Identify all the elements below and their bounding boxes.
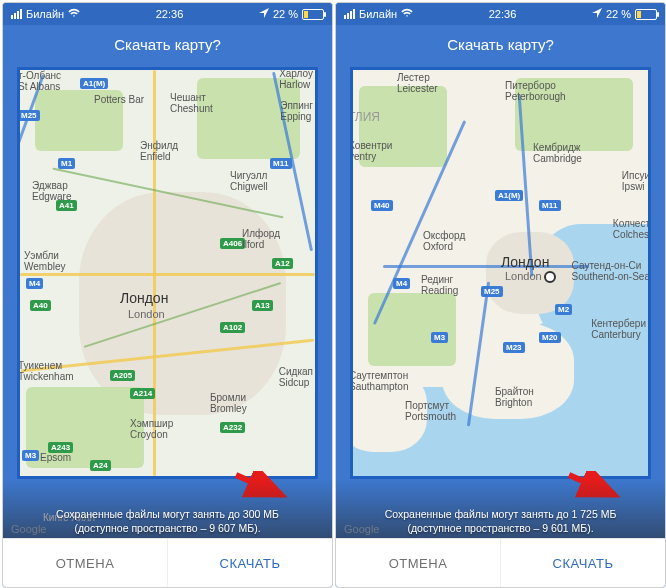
signal-icon xyxy=(344,9,355,19)
hwy-a102: A102 xyxy=(220,322,245,333)
location-icon xyxy=(592,8,602,20)
phone-left: Билайн 22:36 22 % Скачать карту? xyxy=(2,2,333,588)
region-label: ГЛИЯ xyxy=(350,110,380,124)
city-chigwell: ЧигуэллChigwell xyxy=(230,170,268,192)
battery-icon xyxy=(635,9,657,20)
download-button[interactable]: СКАЧАТЬ xyxy=(501,539,665,587)
hwy-m3: M3 xyxy=(22,450,39,461)
city-leicester: ЛестерLeicester xyxy=(397,72,438,94)
size-line1: Сохраненные файлы могут занять до 300 МБ xyxy=(15,507,320,521)
map-viewport[interactable]: M40 A1(M) M11 M4 M25 M2 M20 M3 M23 Лесте… xyxy=(350,67,651,479)
city-reading: РедингReading xyxy=(421,274,458,296)
hwy-m1: M1 xyxy=(58,158,75,169)
capital-marker-icon xyxy=(544,271,556,283)
button-bar: ОТМЕНА СКАЧАТЬ xyxy=(3,538,332,587)
download-size-info: Сохраненные файлы могут занять до 1 725 … xyxy=(336,507,665,535)
city-croydon: ХэмпширCroydon xyxy=(130,418,173,440)
city-oxford: ОксфордOxford xyxy=(423,230,465,252)
city-london-ru: Лондон xyxy=(501,254,549,270)
city-twickenham: ТуикенемTwickenham xyxy=(18,360,74,382)
wifi-icon xyxy=(68,8,80,20)
hwy-a12: A12 xyxy=(272,258,293,269)
city-pottersbar: Potters Bar xyxy=(94,94,144,105)
hwy-m4: M4 xyxy=(26,278,43,289)
city-cheshunt: ЧешантCheshunt xyxy=(170,92,213,114)
hwy-m20: M20 xyxy=(539,332,561,343)
status-bar: Билайн 22:36 22 % xyxy=(3,3,332,25)
hwy-a1m: A1(M) xyxy=(495,190,523,201)
city-bromley: БромлиBromley xyxy=(210,392,247,414)
size-line1: Сохраненные файлы могут занять до 1 725 … xyxy=(348,507,653,521)
city-epsom: Epsom xyxy=(40,452,71,463)
city-sidcup: СидкапSidcup xyxy=(279,366,313,388)
city-coventry: Ковентриventry xyxy=(350,140,392,162)
city-brighton: БрайтонBrighton xyxy=(495,386,534,408)
cancel-button[interactable]: ОТМЕНА xyxy=(3,539,168,587)
city-ipswich: ИпсуиIpswi xyxy=(622,170,650,192)
hwy-m11: M11 xyxy=(270,158,292,169)
city-london-en: London xyxy=(128,308,165,320)
city-london-en: London xyxy=(505,270,556,283)
battery-pct: 22 % xyxy=(273,8,298,20)
battery-pct: 22 % xyxy=(606,8,631,20)
signal-icon xyxy=(11,9,22,19)
city-peterborough: ПитербороPeterborough xyxy=(505,80,566,102)
hwy-m3: M3 xyxy=(431,332,448,343)
hwy-m25: M25 xyxy=(18,110,40,121)
hwy-a13: A13 xyxy=(252,300,273,311)
hwy-a214: A214 xyxy=(130,388,155,399)
map-viewport[interactable]: M25 A1(M) M1 M11 M4 M3 A41 A406 A40 A12 … xyxy=(17,67,318,479)
hwy-m40: M40 xyxy=(371,200,393,211)
status-bar: Билайн 22:36 22 % xyxy=(336,3,665,25)
carrier-label: Билайн xyxy=(26,8,64,20)
page-title: Скачать карту? xyxy=(3,25,332,63)
cancel-button[interactable]: ОТМЕНА xyxy=(336,539,501,587)
hwy-m11: M11 xyxy=(539,200,561,211)
button-bar: ОТМЕНА СКАЧАТЬ xyxy=(336,538,665,587)
download-size-info: Сохраненные файлы могут занять до 300 МБ… xyxy=(3,507,332,535)
hwy-a40: A40 xyxy=(30,300,51,311)
location-icon xyxy=(259,8,269,20)
city-colchester: КолчестColches xyxy=(613,218,650,240)
size-line2: (доступное пространство – 9 607 МБ). xyxy=(15,521,320,535)
clock: 22:36 xyxy=(156,8,184,20)
city-epping: ЭппингEpping xyxy=(280,100,313,122)
city-edgware: ЭджварEdgware xyxy=(32,180,71,202)
hwy-a1m: A1(M) xyxy=(80,78,108,89)
city-southend: Саутенд-он-СиSouthend-on-Sea xyxy=(572,260,650,282)
hwy-m2: M2 xyxy=(555,304,572,315)
carrier-label: Билайн xyxy=(359,8,397,20)
battery-icon xyxy=(302,9,324,20)
hwy-a232: A232 xyxy=(220,422,245,433)
wifi-icon xyxy=(401,8,413,20)
city-portsmouth: ПортсмутPortsmouth xyxy=(405,400,456,422)
city-southampton: СаутгемптонSauthampton xyxy=(350,370,409,392)
phone-right: Билайн 22:36 22 % Скачать карту? xyxy=(335,2,666,588)
city-ilford: ИлфордIlford xyxy=(242,228,280,250)
city-enfield: ЭнфилдEnfield xyxy=(140,140,178,162)
hwy-a24: A24 xyxy=(90,460,111,471)
clock: 22:36 xyxy=(489,8,517,20)
hwy-m23: M23 xyxy=(503,342,525,353)
city-stalbans: т-ОлбансSt Albans xyxy=(18,70,61,92)
size-line2: (доступное пространство – 9 601 МБ). xyxy=(348,521,653,535)
city-harlow: ХарлоуHarlow xyxy=(279,68,313,90)
hwy-m25: M25 xyxy=(481,286,503,297)
hwy-a205: A205 xyxy=(110,370,135,381)
page-title: Скачать карту? xyxy=(336,25,665,63)
hwy-m4: M4 xyxy=(393,278,410,289)
download-button[interactable]: СКАЧАТЬ xyxy=(168,539,332,587)
city-canterbury: КентербериCanterbury xyxy=(591,318,646,340)
city-london-ru: Лондон xyxy=(120,290,168,306)
city-cambridge: КембриджCambridge xyxy=(533,142,582,164)
city-wembley: УэмблиWembley xyxy=(24,250,66,272)
